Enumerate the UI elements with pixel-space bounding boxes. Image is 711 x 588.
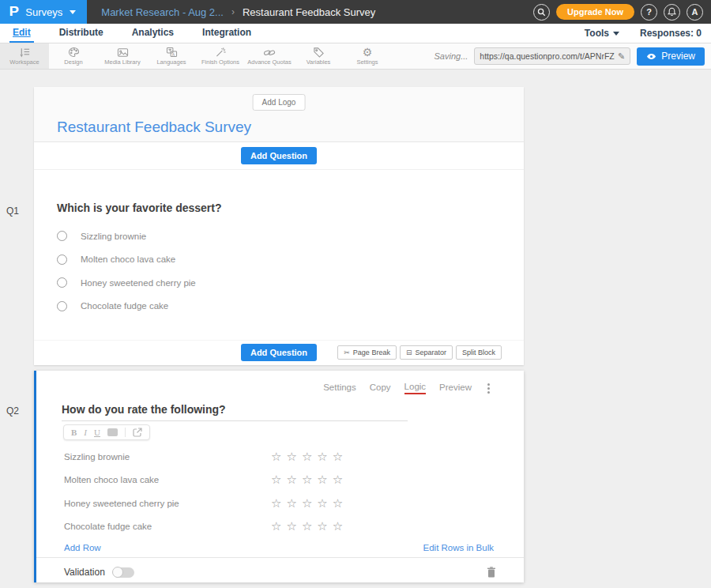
tab-edit[interactable]: Edit [9, 24, 34, 43]
settings-gear-icon: ⚙ [363, 47, 373, 58]
add-question-button-top[interactable]: Add Question [241, 147, 317, 164]
radio-icon[interactable] [57, 301, 67, 311]
toolbar-item-label: Advance Quotas [247, 58, 291, 66]
toolbar-divider [125, 428, 126, 437]
question-logic-button[interactable]: Logic [404, 382, 427, 394]
radio-icon[interactable] [57, 254, 67, 265]
toolbar-item-label: Languages [156, 58, 186, 66]
toggle-knob [112, 567, 123, 578]
add-question-button-bottom[interactable]: Add Question [241, 344, 317, 361]
add-row-link[interactable]: Add Row [64, 543, 101, 552]
tools-label: Tools [585, 28, 609, 39]
edit-rows-in-bulk-link[interactable]: Edit Rows in Bulk [423, 543, 494, 552]
survey-header-section: Add Logo Restaurant Feedback Survey [34, 87, 524, 142]
question-copy-button[interactable]: Copy [370, 383, 391, 394]
svg-text:A: A [171, 52, 175, 57]
toolbar-item-media-library[interactable]: Media Library [98, 43, 147, 69]
toolbar-item-finish-options[interactable]: Finish Options [196, 43, 245, 69]
question-1-text[interactable]: Which is your favorite dessert? [57, 202, 524, 214]
preview-button[interactable]: Preview [637, 47, 705, 66]
toolbar-item-label: Design [64, 58, 82, 66]
radio-icon[interactable] [57, 231, 67, 241]
italic-button[interactable]: I [84, 428, 87, 437]
insert-image-button[interactable] [107, 428, 118, 436]
validation-toggle[interactable] [113, 567, 134, 578]
surveys-label: Surveys [25, 6, 62, 18]
toolbar-item-workspace[interactable]: Workspace [0, 43, 49, 69]
toolbar-item-advance-quotas[interactable]: Advance Quotas [245, 43, 294, 69]
insert-link-button[interactable] [133, 428, 142, 437]
account-avatar[interactable]: A [687, 4, 703, 21]
rating-row-label[interactable]: Chocolate fudge cake [64, 522, 271, 531]
breadcrumb-folder[interactable]: Market Research - Aug 2... [101, 6, 224, 18]
toolbar-item-settings[interactable]: ⚙ Settings [343, 43, 392, 69]
survey-title[interactable]: Restaurant Feedback Survey [57, 119, 251, 136]
caret-down-icon [70, 10, 76, 14]
delete-question-button[interactable] [487, 567, 496, 578]
nav-tab-bar: Edit Distribute Analytics Integration To… [0, 24, 711, 43]
toolbar-item-languages[interactable]: A Languages [147, 43, 196, 69]
question-number-q1: Q1 [6, 205, 19, 217]
survey-url-box: ✎ [474, 47, 630, 65]
bell-icon [668, 7, 676, 17]
tab-analytics[interactable]: Analytics [129, 24, 177, 43]
languages-icon: A [166, 47, 178, 58]
survey-url-input[interactable] [480, 51, 615, 61]
separator-label: Separator [415, 349, 446, 356]
workspace-icon [19, 47, 31, 58]
survey-editor-canvas: Q1 Q2 Add Logo Restaurant Feedback Surve… [0, 70, 711, 588]
option-row[interactable]: Honey sweetened cherry pie [57, 271, 524, 295]
toolbar-item-design[interactable]: Design [49, 43, 98, 69]
add-logo-button[interactable]: Add Logo [253, 94, 306, 111]
rating-row-label[interactable]: Molten choco lava cake [64, 475, 271, 484]
separator-icon: ⊟ [406, 349, 412, 356]
question-preview-button[interactable]: Preview [439, 383, 472, 394]
edit-url-pencil-icon[interactable]: ✎ [618, 51, 625, 62]
tab-distribute[interactable]: Distribute [56, 24, 107, 43]
option-label[interactable]: Honey sweetened cherry pie [81, 278, 196, 288]
rating-row-label[interactable]: Honey sweetened cherry pie [64, 499, 271, 508]
questionpro-logo-icon: P [9, 4, 18, 20]
toolbar-item-variables[interactable]: Variables [294, 43, 343, 69]
row-actions: Add Row Edit Rows in Bulk [36, 538, 524, 557]
option-label[interactable]: Chocolate fudge cake [81, 301, 168, 311]
variables-tag-icon [313, 47, 325, 58]
notifications-button[interactable] [664, 4, 680, 21]
add-question-bottom-section: Add Question ✂ Page Break ⊟ Separator Sp… [34, 340, 524, 364]
finish-options-wand-icon [215, 47, 227, 58]
search-button[interactable] [533, 4, 550, 21]
rating-row-label[interactable]: Sizzling brownie [64, 452, 271, 462]
star-rating-icons[interactable]: ☆☆☆☆☆ [271, 519, 348, 533]
option-row[interactable]: Sizzling brownie [57, 224, 524, 248]
question-2-text[interactable]: How do you rate the following? [62, 403, 408, 421]
more-options-icon[interactable] [485, 383, 492, 394]
option-label[interactable]: Sizzling brownie [81, 232, 146, 241]
help-button[interactable]: ? [641, 4, 657, 21]
star-rating-icons[interactable]: ☆☆☆☆☆ [271, 473, 348, 487]
radio-icon[interactable] [57, 277, 67, 288]
responses-count[interactable]: Responses: 0 [640, 28, 702, 39]
option-label[interactable]: Molten choco lava cake [81, 254, 175, 264]
question-1-options: Sizzling brownie Molten choco lava cake … [57, 224, 524, 318]
option-row[interactable]: Molten choco lava cake [57, 248, 524, 272]
bold-button[interactable]: B [71, 428, 77, 437]
split-block-label: Split Block [462, 349, 495, 356]
separator-button[interactable]: ⊟ Separator [400, 345, 453, 360]
question-settings-button[interactable]: Settings [323, 383, 356, 394]
surveys-menu[interactable]: P Surveys [0, 0, 87, 24]
upgrade-now-button[interactable]: Upgrade Now [556, 4, 634, 20]
question-1[interactable]: Which is your favorite dessert? Sizzling… [34, 170, 524, 340]
star-rating-icons[interactable]: ☆☆☆☆☆ [271, 496, 348, 511]
caret-down-icon [613, 32, 619, 36]
question-2-footer: Validation [36, 557, 524, 586]
page-break-button[interactable]: ✂ Page Break [337, 345, 397, 360]
topbar-actions: Upgrade Now ? A [533, 0, 711, 24]
tab-integration[interactable]: Integration [199, 24, 254, 43]
option-row[interactable]: Chocolate fudge cake [57, 295, 524, 318]
tools-menu[interactable]: Tools [585, 28, 619, 39]
star-rating-icons[interactable]: ☆☆☆☆☆ [271, 450, 348, 464]
validation-label: Validation [64, 567, 105, 578]
underline-button[interactable]: U [94, 428, 100, 437]
search-icon [537, 8, 546, 17]
split-block-button[interactable]: Split Block [456, 345, 502, 360]
